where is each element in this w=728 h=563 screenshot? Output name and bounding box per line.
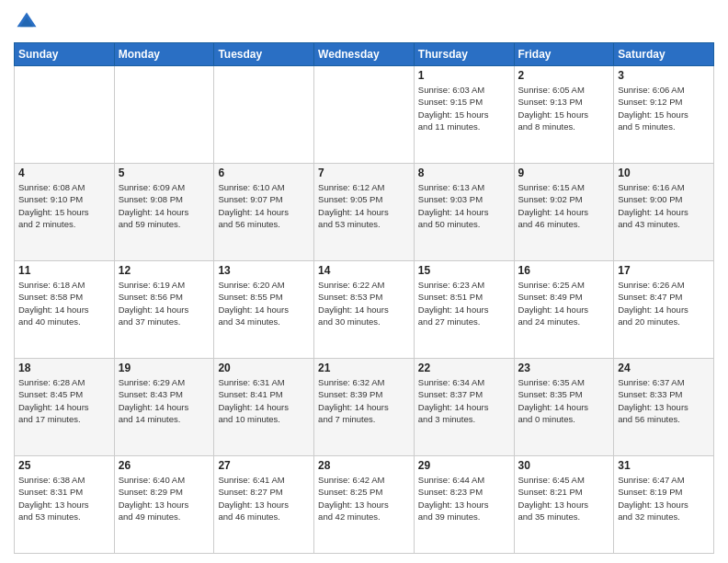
day-number-11: 11 (18, 264, 110, 277)
day-number-6: 6 (218, 167, 310, 179)
day-number-27: 27 (218, 459, 310, 472)
day-info-5: Sunrise: 6:09 AM Sunset: 9:08 PM Dayligh… (119, 181, 210, 230)
day-info-24: Sunrise: 6:37 AM Sunset: 8:33 PM Dayligh… (618, 376, 710, 425)
day-cell-14: 14Sunrise: 6:22 AM Sunset: 8:53 PM Dayli… (314, 261, 415, 359)
header (14, 9, 714, 35)
day-number-7: 7 (318, 167, 410, 179)
day-number-16: 16 (518, 264, 610, 277)
day-number-29: 29 (418, 459, 510, 472)
day-info-27: Sunrise: 6:41 AM Sunset: 8:27 PM Dayligh… (218, 474, 310, 523)
day-cell-26: 26Sunrise: 6:40 AM Sunset: 8:29 PM Dayli… (114, 456, 214, 554)
day-cell-9: 9Sunrise: 6:15 AM Sunset: 9:02 PM Daylig… (514, 164, 614, 261)
day-info-23: Sunrise: 6:35 AM Sunset: 8:35 PM Dayligh… (518, 376, 610, 425)
day-info-25: Sunrise: 6:38 AM Sunset: 8:31 PM Dayligh… (18, 474, 110, 523)
weekday-header-tuesday: Tuesday (214, 43, 314, 66)
day-info-2: Sunrise: 6:05 AM Sunset: 9:13 PM Dayligh… (518, 84, 610, 132)
empty-cell (114, 66, 214, 164)
day-cell-19: 19Sunrise: 6:29 AM Sunset: 8:43 PM Dayli… (114, 359, 214, 456)
day-cell-13: 13Sunrise: 6:20 AM Sunset: 8:55 PM Dayli… (214, 261, 314, 359)
day-cell-20: 20Sunrise: 6:31 AM Sunset: 8:41 PM Dayli… (214, 359, 314, 456)
day-number-8: 8 (418, 167, 510, 179)
day-info-15: Sunrise: 6:23 AM Sunset: 8:51 PM Dayligh… (418, 279, 510, 327)
day-info-9: Sunrise: 6:15 AM Sunset: 9:02 PM Dayligh… (518, 181, 610, 230)
day-info-29: Sunrise: 6:44 AM Sunset: 8:23 PM Dayligh… (418, 474, 510, 523)
weekday-header-friday: Friday (514, 43, 614, 66)
day-number-14: 14 (318, 264, 410, 277)
day-cell-15: 15Sunrise: 6:23 AM Sunset: 8:51 PM Dayli… (414, 261, 514, 359)
day-cell-17: 17Sunrise: 6:26 AM Sunset: 8:47 PM Dayli… (614, 261, 714, 359)
day-cell-27: 27Sunrise: 6:41 AM Sunset: 8:27 PM Dayli… (214, 456, 314, 554)
day-number-12: 12 (119, 264, 210, 277)
weekday-header-saturday: Saturday (614, 43, 714, 66)
day-info-21: Sunrise: 6:32 AM Sunset: 8:39 PM Dayligh… (318, 376, 410, 425)
day-info-10: Sunrise: 6:16 AM Sunset: 9:00 PM Dayligh… (618, 181, 710, 230)
day-number-9: 9 (518, 167, 610, 179)
day-number-18: 18 (18, 362, 110, 374)
calendar-table: SundayMondayTuesdayWednesdayThursdayFrid… (14, 42, 714, 554)
day-info-18: Sunrise: 6:28 AM Sunset: 8:45 PM Dayligh… (18, 376, 110, 425)
day-number-17: 17 (618, 264, 710, 277)
day-cell-29: 29Sunrise: 6:44 AM Sunset: 8:23 PM Dayli… (414, 456, 514, 554)
day-number-24: 24 (618, 362, 710, 374)
week-row-3: 11Sunrise: 6:18 AM Sunset: 8:58 PM Dayli… (15, 261, 714, 359)
week-row-2: 4Sunrise: 6:08 AM Sunset: 9:10 PM Daylig… (15, 164, 714, 261)
day-cell-3: 3Sunrise: 6:06 AM Sunset: 9:12 PM Daylig… (614, 66, 714, 164)
day-number-10: 10 (618, 167, 710, 179)
day-cell-24: 24Sunrise: 6:37 AM Sunset: 8:33 PM Dayli… (614, 359, 714, 456)
week-row-1: 1Sunrise: 6:03 AM Sunset: 9:15 PM Daylig… (15, 66, 714, 164)
day-number-25: 25 (18, 459, 110, 472)
day-cell-11: 11Sunrise: 6:18 AM Sunset: 8:58 PM Dayli… (15, 261, 115, 359)
weekday-header-row: SundayMondayTuesdayWednesdayThursdayFrid… (15, 43, 714, 66)
day-number-1: 1 (418, 69, 510, 82)
day-info-30: Sunrise: 6:45 AM Sunset: 8:21 PM Dayligh… (518, 474, 610, 523)
weekday-header-monday: Monday (114, 43, 214, 66)
day-info-8: Sunrise: 6:13 AM Sunset: 9:03 PM Dayligh… (418, 181, 510, 230)
day-cell-21: 21Sunrise: 6:32 AM Sunset: 8:39 PM Dayli… (314, 359, 415, 456)
weekday-header-wednesday: Wednesday (314, 43, 415, 66)
day-number-19: 19 (119, 362, 210, 374)
day-cell-6: 6Sunrise: 6:10 AM Sunset: 9:07 PM Daylig… (214, 164, 314, 261)
day-cell-30: 30Sunrise: 6:45 AM Sunset: 8:21 PM Dayli… (514, 456, 614, 554)
day-cell-4: 4Sunrise: 6:08 AM Sunset: 9:10 PM Daylig… (15, 164, 115, 261)
day-number-30: 30 (518, 459, 610, 472)
day-cell-16: 16Sunrise: 6:25 AM Sunset: 8:49 PM Dayli… (514, 261, 614, 359)
day-info-3: Sunrise: 6:06 AM Sunset: 9:12 PM Dayligh… (618, 84, 710, 132)
day-cell-8: 8Sunrise: 6:13 AM Sunset: 9:03 PM Daylig… (414, 164, 514, 261)
day-number-15: 15 (418, 264, 510, 277)
weekday-header-sunday: Sunday (15, 43, 115, 66)
day-info-16: Sunrise: 6:25 AM Sunset: 8:49 PM Dayligh… (518, 279, 610, 327)
empty-cell (214, 66, 314, 164)
day-cell-1: 1Sunrise: 6:03 AM Sunset: 9:15 PM Daylig… (414, 66, 514, 164)
day-cell-5: 5Sunrise: 6:09 AM Sunset: 9:08 PM Daylig… (114, 164, 214, 261)
day-info-14: Sunrise: 6:22 AM Sunset: 8:53 PM Dayligh… (318, 279, 410, 327)
day-cell-12: 12Sunrise: 6:19 AM Sunset: 8:56 PM Dayli… (114, 261, 214, 359)
day-number-2: 2 (518, 69, 610, 82)
empty-cell (15, 66, 115, 164)
day-number-4: 4 (18, 167, 110, 179)
day-info-12: Sunrise: 6:19 AM Sunset: 8:56 PM Dayligh… (119, 279, 210, 327)
day-number-13: 13 (218, 264, 310, 277)
day-info-28: Sunrise: 6:42 AM Sunset: 8:25 PM Dayligh… (318, 474, 410, 523)
day-cell-22: 22Sunrise: 6:34 AM Sunset: 8:37 PM Dayli… (414, 359, 514, 456)
day-info-31: Sunrise: 6:47 AM Sunset: 8:19 PM Dayligh… (618, 474, 710, 523)
day-info-17: Sunrise: 6:26 AM Sunset: 8:47 PM Dayligh… (618, 279, 710, 327)
day-info-11: Sunrise: 6:18 AM Sunset: 8:58 PM Dayligh… (18, 279, 110, 327)
day-info-26: Sunrise: 6:40 AM Sunset: 8:29 PM Dayligh… (119, 474, 210, 523)
day-info-7: Sunrise: 6:12 AM Sunset: 9:05 PM Dayligh… (318, 181, 410, 230)
day-number-23: 23 (518, 362, 610, 374)
day-number-22: 22 (418, 362, 510, 374)
day-cell-28: 28Sunrise: 6:42 AM Sunset: 8:25 PM Dayli… (314, 456, 415, 554)
day-info-20: Sunrise: 6:31 AM Sunset: 8:41 PM Dayligh… (218, 376, 310, 425)
day-info-1: Sunrise: 6:03 AM Sunset: 9:15 PM Dayligh… (418, 84, 510, 132)
weekday-header-thursday: Thursday (414, 43, 514, 66)
day-cell-18: 18Sunrise: 6:28 AM Sunset: 8:45 PM Dayli… (15, 359, 115, 456)
day-info-22: Sunrise: 6:34 AM Sunset: 8:37 PM Dayligh… (418, 376, 510, 425)
day-cell-23: 23Sunrise: 6:35 AM Sunset: 8:35 PM Dayli… (514, 359, 614, 456)
day-cell-2: 2Sunrise: 6:05 AM Sunset: 9:13 PM Daylig… (514, 66, 614, 164)
day-cell-10: 10Sunrise: 6:16 AM Sunset: 9:00 PM Dayli… (614, 164, 714, 261)
day-number-20: 20 (218, 362, 310, 374)
empty-cell (314, 66, 415, 164)
day-info-19: Sunrise: 6:29 AM Sunset: 8:43 PM Dayligh… (119, 376, 210, 425)
day-info-6: Sunrise: 6:10 AM Sunset: 9:07 PM Dayligh… (218, 181, 310, 230)
day-info-13: Sunrise: 6:20 AM Sunset: 8:55 PM Dayligh… (218, 279, 310, 327)
